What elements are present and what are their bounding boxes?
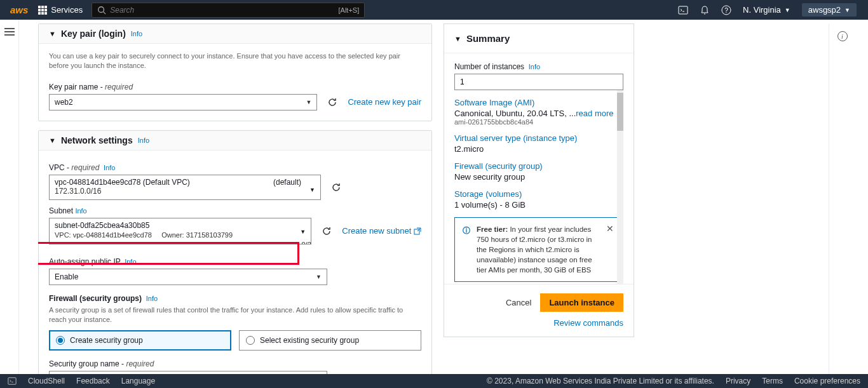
cancel-button[interactable]: Cancel [506, 298, 531, 307]
free-tier-notice: ⓘ ✕ Free tier: In your first year includ… [454, 217, 621, 282]
summary-panel: ▼ Summary Number of instances Info Softw… [444, 23, 634, 337]
footer-cookies[interactable]: Cookie preferences [794, 377, 860, 385]
subnet-info-link[interactable]: Info [75, 207, 86, 215]
chevron-down-icon: ▼ [844, 7, 850, 13]
vpc-label: VPC - required Info [49, 163, 421, 172]
launch-instance-button[interactable]: Launch instance [540, 293, 623, 312]
aws-logo[interactable]: aws [10, 4, 28, 15]
chevron-down-icon: ▼ [300, 229, 306, 236]
radio-icon [246, 336, 255, 345]
grid-icon [38, 6, 47, 15]
autoip-info-link[interactable]: Info [125, 258, 136, 265]
sg-name-label: Security group name - required [49, 359, 421, 368]
subnet-select[interactable]: subnet-0dfa25cbea4a30b85 VPC: vpc-048814… [49, 218, 311, 244]
network-title: Network settings [61, 135, 133, 145]
radio-select-sg[interactable]: Select existing security group [239, 330, 421, 351]
svg-text:?: ? [724, 7, 728, 14]
summary-storage-value: 1 volume(s) - 8 GiB [454, 200, 621, 210]
summary-column: ▼ Summary Number of instances Info Softw… [444, 23, 634, 374]
svg-rect-9 [8, 378, 16, 385]
footer-copyright: © 2023, Amazon Web Services India Privat… [487, 377, 714, 385]
chevron-down-icon: ▼ [306, 99, 311, 105]
region-selector[interactable]: N. Virginia▼ [743, 5, 790, 15]
autoip-label: Auto-assign public IP Info [49, 257, 421, 266]
create-subnet-link[interactable]: Create new subnet [342, 226, 421, 236]
num-instances-input[interactable] [454, 74, 623, 90]
summary-header[interactable]: ▼ Summary [444, 24, 634, 53]
network-panel: ▼ Network settings Info VPC - required I… [38, 130, 432, 374]
radio-create-sg[interactable]: Create security group [49, 330, 231, 351]
footer-privacy[interactable]: Privacy [726, 377, 750, 385]
top-nav: aws Services [Alt+S] ? N. Virginia▼ awsg… [0, 0, 868, 20]
autoip-select[interactable]: Enable ▼ [49, 269, 327, 285]
caret-down-icon: ▼ [49, 30, 56, 37]
summary-fw-link[interactable]: Firewall (security group) [454, 161, 621, 171]
info-icon: ⓘ [463, 225, 470, 236]
review-commands-link[interactable]: Review commands [553, 318, 623, 328]
notifications-icon[interactable] [700, 5, 710, 15]
summary-storage-link[interactable]: Storage (volumes) [454, 189, 621, 199]
cloudshell-icon[interactable] [678, 5, 688, 15]
svg-point-0 [98, 6, 104, 12]
read-more-link[interactable]: read more [576, 109, 613, 118]
keypair-info-link[interactable]: Info [131, 30, 142, 37]
info-panel-toggle[interactable]: i [837, 31, 848, 41]
chevron-down-icon: ▼ [785, 7, 790, 13]
help-icon[interactable]: ? [721, 5, 731, 15]
right-rail: i [829, 23, 855, 374]
close-icon[interactable]: ✕ [606, 223, 614, 236]
num-info-link[interactable]: Info [529, 63, 540, 70]
search-icon [97, 6, 106, 15]
firewall-info-link[interactable]: Info [146, 295, 158, 302]
account-menu[interactable]: awsgsp2▼ [802, 3, 857, 17]
search-bar[interactable]: [Alt+S] [92, 3, 365, 18]
refresh-subnet-icon[interactable] [322, 226, 332, 236]
caret-down-icon: ▼ [454, 35, 461, 43]
svg-rect-2 [679, 6, 688, 14]
summary-title: Summary [466, 33, 510, 44]
cloudshell-icon[interactable] [8, 377, 17, 385]
network-info-link[interactable]: Info [138, 137, 149, 144]
create-keypair-link[interactable]: Create new key pair [348, 97, 421, 107]
main-column: ▼ Key pair (login) Info You can use a ke… [38, 23, 432, 374]
chevron-down-icon: ▼ [309, 187, 315, 193]
refresh-vpc-icon[interactable] [331, 182, 341, 192]
page-body: ▼ Key pair (login) Info You can use a ke… [0, 20, 868, 374]
services-label: Services [51, 5, 83, 15]
footer-terms[interactable]: Terms [762, 377, 783, 385]
keypair-hint: You can use a key pair to securely conne… [49, 51, 421, 71]
footer-cloudshell[interactable]: CloudShell [28, 377, 65, 385]
vpc-select[interactable]: vpc-048814d1b4ee9cd78 (Default VPC) 172.… [49, 175, 321, 200]
services-menu[interactable]: Services [33, 5, 88, 15]
summary-ami-value: Canonical, Ubuntu, 20.04 LTS, ...read mo… [454, 109, 621, 118]
firewall-label: Firewall (security groups) Info [49, 294, 421, 303]
footer-language[interactable]: Language [121, 377, 155, 385]
summary-ami-link[interactable]: Software Image (AMI) [454, 98, 621, 107]
external-link-icon [414, 227, 421, 235]
svg-line-1 [104, 11, 106, 14]
menu-toggle[interactable] [4, 26, 15, 374]
radio-icon [56, 336, 65, 345]
summary-type-link[interactable]: Virtual server type (instance type) [454, 133, 621, 143]
keypair-title: Key pair (login) [61, 29, 126, 39]
footer-feedback[interactable]: Feedback [76, 377, 110, 385]
network-header[interactable]: ▼ Network settings Info [39, 131, 431, 151]
keypair-header[interactable]: ▼ Key pair (login) Info [39, 24, 431, 44]
summary-ami-id: ami-0261755bbcb8c4a84 [454, 118, 621, 126]
num-instances-label: Number of instances Info [454, 62, 623, 71]
summary-fw-value: New security group [454, 172, 621, 182]
search-input[interactable] [110, 6, 338, 15]
chevron-down-icon: ▼ [316, 274, 322, 280]
search-shortcut: [Alt+S] [339, 6, 360, 14]
keypair-panel: ▼ Key pair (login) Info You can use a ke… [38, 23, 432, 121]
footer: CloudShell Feedback Language © 2023, Ama… [0, 374, 868, 388]
left-rail [0, 20, 19, 374]
caret-down-icon: ▼ [49, 137, 56, 144]
scrollbar[interactable] [617, 90, 623, 284]
summary-type-value: t2.micro [454, 144, 621, 154]
keypair-select[interactable]: web2 ▼ [49, 94, 317, 110]
subnet-label: Subnet Info [49, 206, 421, 215]
sg-name-input[interactable] [49, 371, 327, 374]
vpc-info-link[interactable]: Info [104, 164, 115, 171]
refresh-icon[interactable] [327, 97, 337, 107]
